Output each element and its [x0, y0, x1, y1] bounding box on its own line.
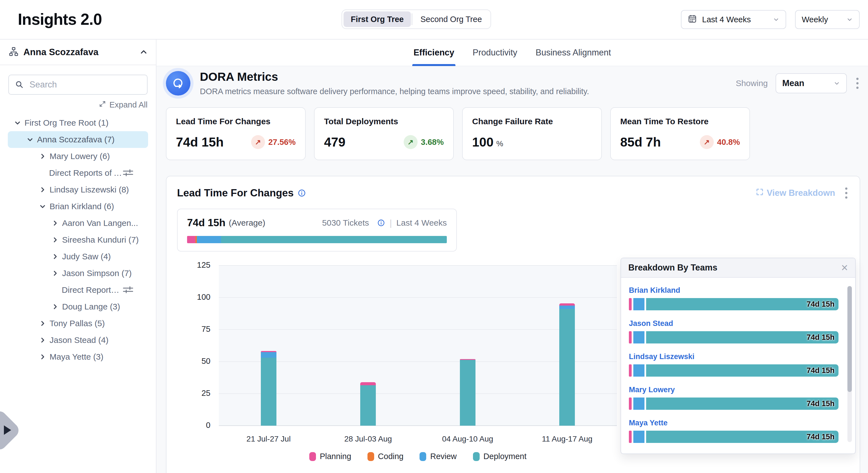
stacked-bar-21-jul-27-jul	[261, 351, 276, 426]
dora-description: DORA metrics measure software delivery p…	[200, 87, 589, 96]
tree-item-lindsay-liszewski-8[interactable]: Lindsay Liszewski (8)	[0, 181, 156, 198]
search-input[interactable]	[8, 75, 148, 95]
chevron-right-icon[interactable]	[39, 320, 46, 327]
y-axis: 0255075100125	[177, 265, 211, 426]
tree-item-judy-saw-4[interactable]: Judy Saw (4)	[0, 248, 156, 265]
phase-distribution-bar	[187, 236, 447, 243]
tree-item-mary-lowery-6[interactable]: Mary Lowery (6)	[0, 148, 156, 165]
info-icon[interactable]	[298, 189, 306, 197]
team-name-link[interactable]: Maya Yette	[629, 419, 838, 427]
tab-productivity[interactable]: Productivity	[473, 39, 517, 66]
info-icon[interactable]	[377, 219, 385, 227]
legend-label: Planning	[320, 452, 351, 461]
chevron-down-icon[interactable]	[26, 136, 34, 143]
tree-item-label: Tony Pallas (5)	[50, 319, 105, 328]
chevron-right-icon[interactable]	[39, 337, 46, 344]
header-controls: Last 4 Weeks Weekly	[681, 10, 860, 29]
tree-item-aaron-van-langen[interactable]: Aaron Van Langen...	[0, 215, 156, 232]
team-row-maya-yette: Maya Yette74d 15h	[629, 419, 838, 443]
tab-efficiency[interactable]: Efficiency	[413, 39, 454, 66]
team-bar-review-segment	[633, 364, 645, 377]
view-breakdown-button[interactable]: View Breakdown	[755, 188, 835, 198]
y-tick-label: 100	[177, 293, 211, 302]
team-name-link[interactable]: Mary Lowery	[629, 386, 838, 394]
tree-item-label: Brian Kirkland (6)	[50, 202, 114, 211]
x-axis: 21 Jul-27 Jul28 Jul-03 Aug04 Aug-10 Aug1…	[219, 435, 617, 443]
bar-segment-deployment	[460, 360, 475, 426]
trend-up-arrow-icon: ↗	[251, 135, 265, 149]
team-lead-time-value: 74d 15h	[806, 366, 835, 375]
tree-item-anna-scozzafava-7[interactable]: Anna Scozzafava (7)	[8, 131, 148, 148]
kebab-menu-icon[interactable]	[855, 76, 860, 91]
granularity-select[interactable]: Weekly	[795, 10, 860, 29]
tree-item-brian-kirkland-6[interactable]: Brian Kirkland (6)	[0, 198, 156, 215]
tree-item-label: Lindsay Liszewski (8)	[50, 185, 129, 195]
team-name-link[interactable]: Jason Stead	[629, 319, 838, 328]
summary-meta: 5030 Tickets | Last 4 Weeks	[322, 218, 447, 228]
chart-columns	[219, 265, 617, 426]
tree-item-sireesha-kunduri-7[interactable]: Sireesha Kunduri (7)	[0, 232, 156, 248]
tree-item-maya-yette-3[interactable]: Maya Yette (3)	[0, 349, 156, 365]
chevron-right-icon[interactable]	[39, 186, 46, 193]
sidebar-search	[8, 75, 148, 95]
expand-all-button[interactable]: Expand All	[8, 100, 148, 110]
org-sidebar: Anna Scozzafava Expand All First Org Tre…	[0, 39, 156, 473]
showing-label: Showing	[736, 79, 768, 88]
kebab-menu-icon[interactable]	[843, 186, 849, 200]
panel-scrollbar-thumb[interactable]	[847, 286, 852, 392]
x-axis-label: 04 Aug-10 Aug	[418, 435, 518, 443]
tree-item-jason-stead-4[interactable]: Jason Stead (4)	[0, 332, 156, 349]
team-bar-deployment-segment: 74d 15h	[646, 331, 838, 344]
tree-item-tony-pallas-5[interactable]: Tony Pallas (5)	[0, 315, 156, 332]
metric-delta: 27.56%	[268, 138, 296, 147]
tree-item-direct-reports-of-a[interactable]: Direct Reports of A...	[0, 165, 156, 181]
chevron-right-icon[interactable]	[52, 270, 59, 276]
chevron-right-icon[interactable]	[39, 153, 46, 159]
metric-value: 74d 15h	[176, 135, 223, 150]
tree-item-jason-simpson-7[interactable]: Jason Simpson (7)	[0, 265, 156, 282]
trend-badge: ↗27.56%	[251, 135, 296, 149]
date-range-select[interactable]: Last 4 Weeks	[681, 10, 786, 29]
breakdown-by-teams-panel: Breakdown By Teams × Brian Kirkland74d 1…	[621, 258, 856, 454]
toggle-second-org-tree[interactable]: Second Org Tree	[413, 11, 489, 27]
close-icon[interactable]: ×	[841, 262, 848, 273]
divider: |	[390, 218, 392, 228]
toggle-first-org-tree[interactable]: First Org Tree	[343, 11, 411, 27]
tree-item-direct-reports[interactable]: Direct Reports ...	[0, 282, 156, 298]
team-name-link[interactable]: Brian Kirkland	[629, 286, 838, 295]
team-name-link[interactable]: Lindsay Liszewski	[629, 352, 838, 361]
chart-legend: PlanningCodingReviewDeployment	[219, 452, 617, 461]
phase-segment-deployment	[221, 236, 447, 243]
chevron-down-icon[interactable]	[14, 119, 21, 126]
legend-label: Deployment	[484, 452, 527, 461]
chevron-up-icon[interactable]	[140, 48, 148, 56]
search-icon	[15, 80, 23, 90]
aggregation-select[interactable]: Mean	[776, 73, 847, 93]
section-controls: View Breakdown	[755, 186, 849, 200]
tree-item-doug-lange-3[interactable]: Doug Lange (3)	[0, 298, 156, 315]
tab-business-alignment[interactable]: Business Alignment	[536, 39, 611, 66]
bar-segment-deployment	[261, 358, 276, 426]
tree-item-first-org-tree-root-1[interactable]: First Org Tree Root (1)	[0, 115, 156, 131]
expand-all-label: Expand All	[110, 100, 148, 110]
chevron-down-icon[interactable]	[39, 203, 46, 210]
filter-sliders-icon[interactable]	[123, 168, 134, 178]
chevron-right-icon[interactable]	[52, 237, 59, 243]
date-range-value: Last 4 Weeks	[702, 15, 751, 24]
dora-controls: Showing Mean	[736, 73, 860, 93]
metric-value: 85d 7h	[620, 135, 661, 150]
bar-segment-review	[559, 305, 575, 309]
chevron-right-icon[interactable]	[52, 253, 59, 260]
dora-texts: DORA Metrics DORA metrics measure softwa…	[200, 70, 589, 96]
chevron-right-icon[interactable]	[39, 354, 46, 360]
collapse-arrow-icon[interactable]	[4, 425, 11, 435]
chevron-right-icon[interactable]	[52, 303, 59, 310]
metric-card-total-deployments: Total Deployments479↗3.68%	[314, 107, 454, 160]
chevron-right-icon[interactable]	[52, 220, 59, 227]
sidebar-header[interactable]: Anna Scozzafava	[0, 39, 156, 65]
lead-time-section: Lead Time For Changes View Breakdown	[166, 176, 860, 473]
team-bar-review-segment	[633, 431, 645, 443]
tree-item-label: Doug Lange (3)	[62, 302, 120, 312]
filter-sliders-icon[interactable]	[123, 285, 134, 295]
team-lead-time-value: 74d 15h	[806, 433, 835, 441]
